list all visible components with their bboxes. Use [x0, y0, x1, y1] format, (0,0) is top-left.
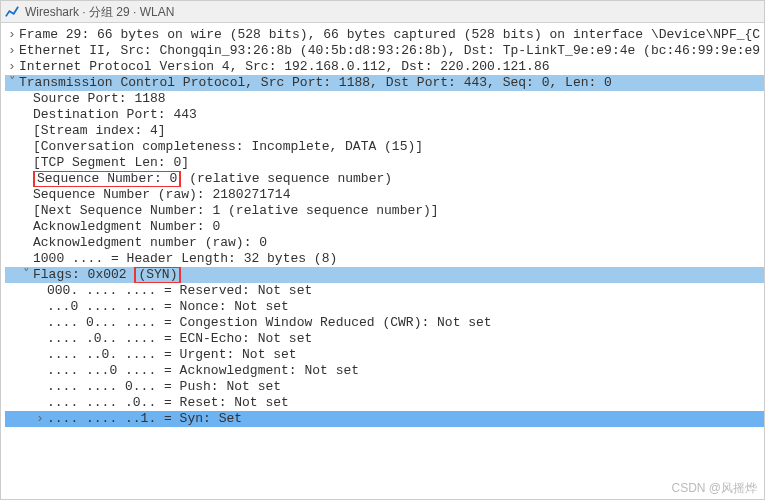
tree-label: .... ..0. .... = Urgent: Not set [47, 347, 760, 363]
tree-label: .... 0... .... = Congestion Window Reduc… [47, 315, 760, 331]
tree-label: .... .0.. .... = ECN-Echo: Not set [47, 331, 760, 347]
tree-row-next-sequence[interactable]: [Next Sequence Number: 1 (relative seque… [5, 203, 764, 219]
expand-icon[interactable]: › [33, 411, 47, 427]
tree-row-flag-syn[interactable]: › .... .... ..1. = Syn: Set [5, 411, 764, 427]
tree-label: [TCP Segment Len: 0] [33, 155, 760, 171]
window-title: Wireshark · 分组 29 · WLAN [25, 4, 174, 20]
tree-row-conversation[interactable]: [Conversation completeness: Incomplete, … [5, 139, 764, 155]
tree-row-flag-reserved[interactable]: 000. .... .... = Reserved: Not set [5, 283, 764, 299]
tree-label: .... .... 0... = Push: Not set [47, 379, 760, 395]
tree-label: Sequence Number: 0 (relative sequence nu… [33, 171, 760, 187]
tree-row-frame[interactable]: › Frame 29: 66 bytes on wire (528 bits),… [5, 27, 764, 43]
flags-prefix: Flags: 0x002 [33, 267, 134, 282]
tree-row-flag-reset[interactable]: .... .... .0.. = Reset: Not set [5, 395, 764, 411]
collapse-icon[interactable]: ˅ [19, 267, 33, 283]
tree-label: [Stream index: 4] [33, 123, 760, 139]
tree-label: Internet Protocol Version 4, Src: 192.16… [19, 59, 760, 75]
tree-label: Acknowledgment number (raw): 0 [33, 235, 760, 251]
tree-row-sequence-raw[interactable]: Sequence Number (raw): 2180271714 [5, 187, 764, 203]
expand-icon[interactable]: › [5, 59, 19, 75]
tree-row-dest-port[interactable]: Destination Port: 443 [5, 107, 764, 123]
tree-label: Destination Port: 443 [33, 107, 760, 123]
tree-row-flag-nonce[interactable]: ...0 .... .... = Nonce: Not set [5, 299, 764, 315]
highlight-syn: (SYN) [134, 267, 181, 283]
tree-label: 1000 .... = Header Length: 32 bytes (8) [33, 251, 760, 267]
tree-row-flags[interactable]: ˅ Flags: 0x002 (SYN) [5, 267, 764, 283]
app-icon [5, 5, 19, 19]
tree-row-ip[interactable]: › Internet Protocol Version 4, Src: 192.… [5, 59, 764, 75]
expand-icon[interactable]: › [5, 27, 19, 43]
tree-row-flag-ecn[interactable]: .... .0.. .... = ECN-Echo: Not set [5, 331, 764, 347]
tree-label: [Next Sequence Number: 1 (relative seque… [33, 203, 760, 219]
window-titlebar: Wireshark · 分组 29 · WLAN [1, 1, 764, 23]
tree-row-stream-index[interactable]: [Stream index: 4] [5, 123, 764, 139]
tree-label: Frame 29: 66 bytes on wire (528 bits), 6… [19, 27, 760, 43]
tree-row-ethernet[interactable]: › Ethernet II, Src: Chongqin_93:26:8b (4… [5, 43, 764, 59]
tree-row-flag-push[interactable]: .... .... 0... = Push: Not set [5, 379, 764, 395]
watermark: CSDN @风摇烨 [671, 480, 757, 496]
tree-label: Source Port: 1188 [33, 91, 760, 107]
tree-label: Transmission Control Protocol, Src Port:… [19, 75, 760, 91]
tree-label: [Conversation completeness: Incomplete, … [33, 139, 760, 155]
tree-row-flag-cwr[interactable]: .... 0... .... = Congestion Window Reduc… [5, 315, 764, 331]
tree-row-source-port[interactable]: Source Port: 1188 [5, 91, 764, 107]
tree-label: .... ...0 .... = Acknowledgment: Not set [47, 363, 760, 379]
tree-label-tail: (relative sequence number) [181, 171, 392, 186]
expand-icon[interactable]: › [5, 43, 19, 59]
tree-label: Flags: 0x002 (SYN) [33, 267, 760, 283]
tree-row-segment-len[interactable]: [TCP Segment Len: 0] [5, 155, 764, 171]
packet-details-tree: › Frame 29: 66 bytes on wire (528 bits),… [1, 23, 764, 431]
tree-row-ack-number[interactable]: Acknowledgment Number: 0 [5, 219, 764, 235]
tree-label: ...0 .... .... = Nonce: Not set [47, 299, 760, 315]
tree-row-flag-urgent[interactable]: .... ..0. .... = Urgent: Not set [5, 347, 764, 363]
tree-row-sequence-number[interactable]: Sequence Number: 0 (relative sequence nu… [5, 171, 764, 187]
tree-label: Ethernet II, Src: Chongqin_93:26:8b (40:… [19, 43, 760, 59]
tree-label: .... .... ..1. = Syn: Set [47, 411, 760, 427]
tree-label: .... .... .0.. = Reset: Not set [47, 395, 760, 411]
highlight-seqnum: Sequence Number: 0 [33, 171, 181, 187]
tree-row-tcp[interactable]: ˅ Transmission Control Protocol, Src Por… [5, 75, 764, 91]
tree-label: Acknowledgment Number: 0 [33, 219, 760, 235]
tree-row-flag-ack[interactable]: .... ...0 .... = Acknowledgment: Not set [5, 363, 764, 379]
tree-label: Sequence Number (raw): 2180271714 [33, 187, 760, 203]
collapse-icon[interactable]: ˅ [5, 75, 19, 91]
tree-label: 000. .... .... = Reserved: Not set [47, 283, 760, 299]
tree-row-header-length[interactable]: 1000 .... = Header Length: 32 bytes (8) [5, 251, 764, 267]
tree-row-ack-raw[interactable]: Acknowledgment number (raw): 0 [5, 235, 764, 251]
